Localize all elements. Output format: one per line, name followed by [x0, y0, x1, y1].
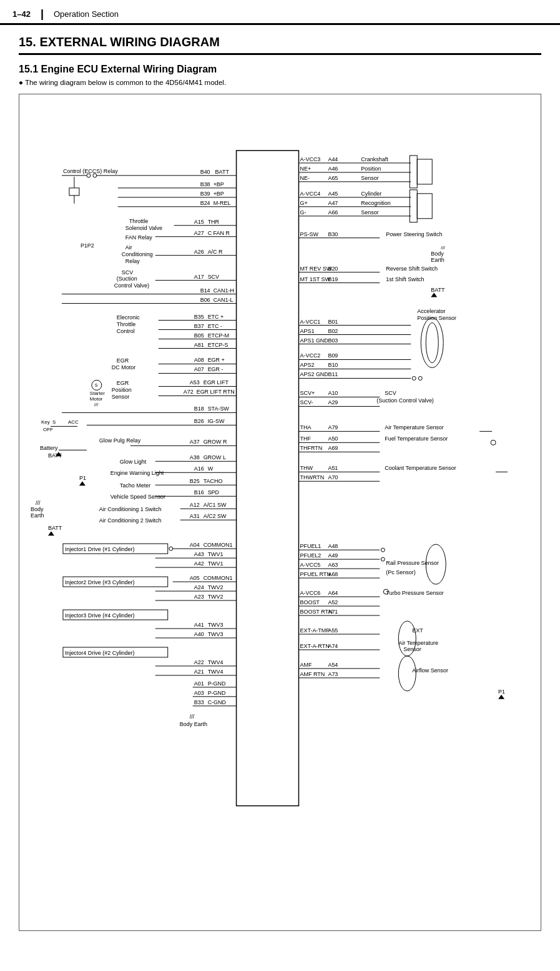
svg-text:P-GND: P-GND — [208, 690, 226, 696]
svg-text:A/C R: A/C R — [208, 249, 223, 255]
svg-text:THR: THR — [208, 219, 220, 225]
svg-text:Elecronic: Elecronic — [117, 314, 140, 321]
svg-text:THW: THW — [300, 465, 313, 471]
svg-text:TWV1: TWV1 — [208, 560, 224, 567]
svg-text:APS1 GND: APS1 GND — [300, 337, 328, 344]
svg-text:A26: A26 — [194, 249, 204, 255]
svg-text:ETCP-S: ETCP-S — [208, 342, 228, 348]
svg-text:A22: A22 — [194, 659, 204, 665]
svg-text:A41: A41 — [194, 622, 204, 628]
svg-text:A81: A81 — [194, 342, 204, 348]
svg-text:Coolant Temperature Sensor: Coolant Temperature Sensor — [385, 465, 456, 471]
svg-text:B25: B25 — [190, 478, 200, 484]
svg-text:Body: Body — [31, 506, 44, 512]
svg-text:A66: A66 — [328, 209, 338, 216]
svg-text:B20: B20 — [328, 266, 338, 272]
svg-text:A68: A68 — [328, 571, 338, 577]
svg-text:BOOST: BOOST — [300, 599, 320, 605]
svg-text:B18: B18 — [194, 406, 204, 412]
svg-text:THF: THF — [300, 436, 311, 442]
svg-text:B01: B01 — [328, 319, 338, 325]
svg-text:A45: A45 — [328, 191, 338, 197]
svg-text:Relay: Relay — [125, 258, 140, 264]
svg-text:Recognition: Recognition — [361, 200, 390, 206]
svg-text:THWRTN: THWRTN — [300, 474, 324, 481]
svg-text:STA-SW: STA-SW — [208, 406, 230, 412]
svg-text:A/C2 SW: A/C2 SW — [204, 513, 227, 519]
svg-text:A-VCC2: A-VCC2 — [300, 352, 320, 359]
svg-text:A29: A29 — [328, 399, 338, 406]
svg-text:A10: A10 — [328, 390, 338, 396]
svg-text:(Suction: (Suction — [117, 276, 137, 282]
svg-text:A71: A71 — [328, 609, 338, 615]
svg-text:Crankshaft: Crankshaft — [361, 156, 388, 162]
svg-text:(Pc Sensor): (Pc Sensor) — [386, 569, 415, 575]
svg-text:THFRTN: THFRTN — [300, 445, 322, 451]
svg-text:A31: A31 — [190, 513, 200, 519]
svg-text:Body: Body — [431, 251, 444, 257]
svg-point-255 — [426, 323, 438, 363]
svg-text:Reverse Shift Switch: Reverse Shift Switch — [386, 266, 438, 272]
svg-marker-115 — [79, 481, 86, 486]
svg-text:Air Conditioning 2 Switch: Air Conditioning 2 Switch — [99, 517, 162, 524]
svg-text:G-: G- — [300, 209, 306, 216]
svg-text:A55: A55 — [328, 627, 338, 634]
svg-text:A05: A05 — [190, 575, 200, 581]
svg-text:SCV: SCV — [208, 274, 219, 280]
svg-text:CAN1-H: CAN1-H — [214, 287, 234, 294]
svg-text:Control (ECCS) Relay: Control (ECCS) Relay — [63, 168, 118, 174]
svg-text:B11: B11 — [328, 371, 338, 377]
svg-text:A/C1 SW: A/C1 SW — [204, 502, 227, 508]
svg-text:Starter: Starter — [90, 391, 105, 396]
svg-text:A49: A49 — [328, 552, 338, 559]
svg-text:EGR LIFT RTN: EGR LIFT RTN — [197, 389, 235, 395]
svg-text:GROW R: GROW R — [204, 439, 227, 445]
svg-text:B37: B37 — [194, 323, 204, 329]
svg-text:SPD: SPD — [208, 489, 220, 495]
svg-point-254 — [421, 318, 443, 368]
svg-text:///: /// — [441, 245, 445, 251]
svg-text:A40: A40 — [194, 631, 204, 637]
svg-text:A38: A38 — [190, 454, 200, 461]
svg-text:COMMON1: COMMON1 — [204, 542, 233, 548]
svg-text:Fuel Temperature Sensor: Fuel Temperature Sensor — [385, 436, 448, 442]
svg-text:P-GND: P-GND — [208, 680, 226, 687]
svg-text:NE-: NE- — [300, 175, 309, 181]
svg-text:A27: A27 — [194, 230, 204, 236]
svg-text:B06: B06 — [200, 297, 210, 303]
svg-text:B39: B39 — [200, 191, 210, 197]
svg-text:+BP: +BP — [214, 181, 224, 187]
svg-text:Motor: Motor — [90, 396, 103, 402]
svg-text:TWV4: TWV4 — [208, 659, 224, 665]
svg-text:A46: A46 — [328, 166, 338, 172]
svg-text:S: S — [52, 419, 56, 425]
svg-text:1st Shift Switch: 1st Shift Switch — [386, 276, 424, 282]
svg-text:Airflow Sensor: Airflow Sensor — [412, 667, 448, 674]
svg-text:A23: A23 — [194, 594, 204, 600]
svg-text:+BP: +BP — [214, 191, 224, 197]
svg-rect-199 — [410, 156, 417, 188]
svg-text:TWV1: TWV1 — [208, 551, 224, 557]
svg-text:P1: P1 — [498, 689, 505, 695]
svg-text:EXT-A-TMP: EXT-A-TMP — [300, 627, 330, 634]
svg-text:Rail Pressure Sensor: Rail Pressure Sensor — [386, 560, 439, 566]
svg-text:BATT: BATT — [215, 169, 230, 175]
svg-text:PS-SW: PS-SW — [300, 231, 318, 237]
svg-text:A52: A52 — [328, 599, 338, 605]
svg-text:Solenoid Valve: Solenoid Valve — [125, 225, 162, 231]
svg-text:DC Motor: DC Motor — [112, 364, 135, 371]
svg-text:Accelerator: Accelerator — [417, 308, 445, 314]
svg-text:Air Temperature: Air Temperature — [398, 640, 438, 646]
svg-text:Sensor: Sensor — [361, 209, 378, 216]
svg-text:A47: A47 — [328, 200, 338, 206]
header-section-title: Operation Section — [54, 9, 119, 19]
svg-text:G+: G+ — [300, 200, 307, 206]
svg-text:ACC: ACC — [68, 419, 79, 425]
svg-text:Throttle: Throttle — [129, 218, 148, 224]
svg-text:EGR: EGR — [117, 380, 129, 386]
svg-text:Earth: Earth — [431, 257, 444, 263]
svg-text:A79: A79 — [328, 424, 338, 431]
svg-text:SCV: SCV — [385, 390, 396, 396]
svg-text:B35: B35 — [194, 314, 204, 320]
svg-text:B40: B40 — [200, 169, 210, 175]
